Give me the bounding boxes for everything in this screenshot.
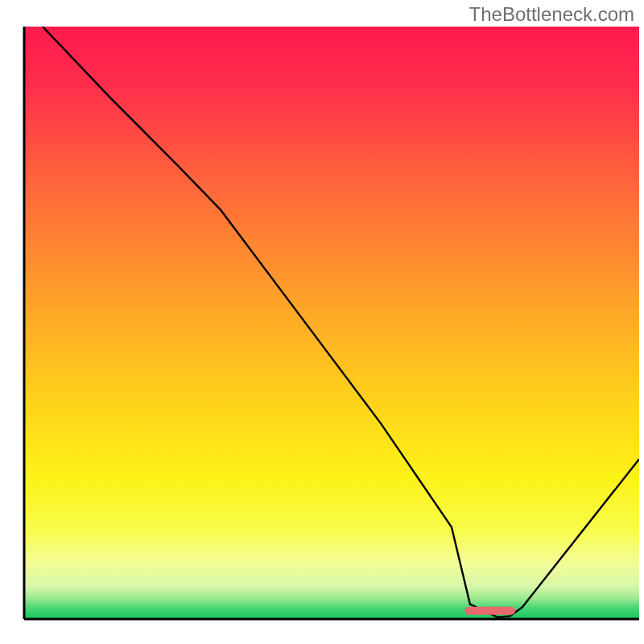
bottleneck-chart xyxy=(0,0,644,644)
watermark-text: TheBottleneck.com xyxy=(469,3,634,26)
plot-background-gradient xyxy=(24,27,639,619)
chart-container: TheBottleneck.com xyxy=(0,0,644,644)
